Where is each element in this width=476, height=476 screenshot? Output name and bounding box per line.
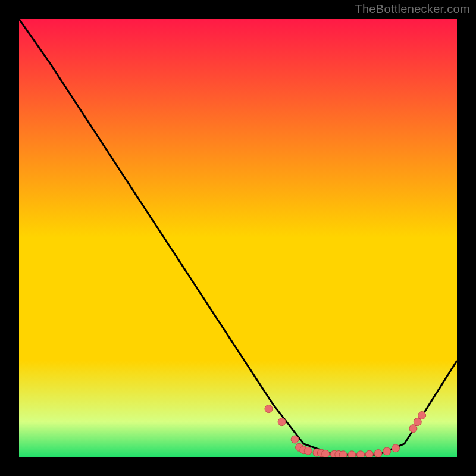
curve-marker [409, 425, 417, 433]
curve-marker [414, 418, 421, 426]
curve-marker [418, 412, 426, 419]
curve-marker [392, 444, 399, 452]
curve-marker [365, 450, 373, 457]
curve-marker [374, 450, 382, 457]
curve-marker [339, 451, 347, 457]
chart-container: TheBottlenecker.com [0, 0, 476, 476]
plot-area [19, 19, 457, 457]
gradient-background [19, 19, 457, 457]
chart-svg [19, 19, 457, 457]
curve-marker [357, 451, 365, 457]
curve-marker [304, 447, 312, 455]
curve-marker [383, 447, 391, 455]
curve-marker [265, 405, 273, 413]
curve-marker [291, 436, 299, 443]
curve-marker [278, 418, 286, 426]
attribution-label: TheBottlenecker.com [355, 2, 470, 16]
curve-marker [322, 450, 330, 457]
curve-marker [348, 451, 356, 457]
